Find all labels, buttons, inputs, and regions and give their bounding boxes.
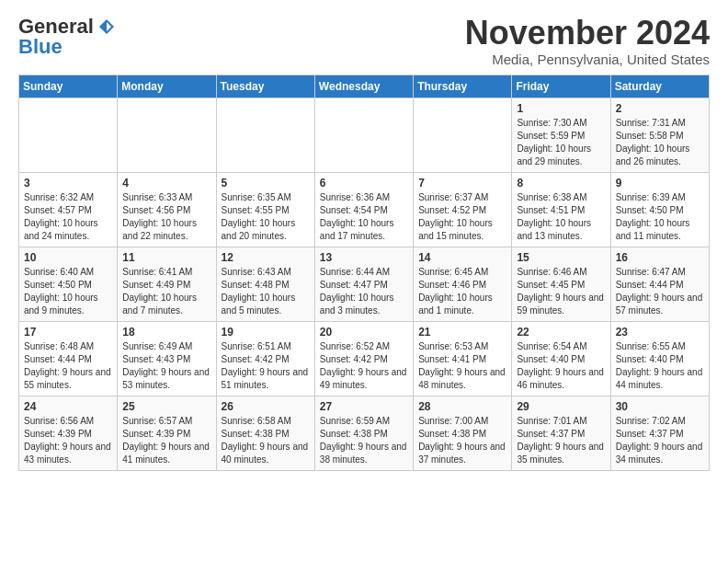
calendar-cell: 19Sunrise: 6:51 AM Sunset: 4:42 PM Dayli… xyxy=(216,321,314,396)
cell-info: Sunrise: 7:00 AM Sunset: 4:38 PM Dayligh… xyxy=(418,415,506,466)
day-number: 24 xyxy=(24,400,112,413)
cell-info: Sunrise: 6:44 AM Sunset: 4:47 PM Dayligh… xyxy=(320,266,408,317)
day-number: 1 xyxy=(517,102,605,115)
cell-info: Sunrise: 6:38 AM Sunset: 4:51 PM Dayligh… xyxy=(517,191,605,243)
calendar-cell: 8Sunrise: 6:38 AM Sunset: 4:51 PM Daylig… xyxy=(512,172,610,247)
calendar-cell: 3Sunrise: 6:32 AM Sunset: 4:57 PM Daylig… xyxy=(19,172,118,247)
location: Media, Pennsylvania, United States xyxy=(465,52,710,67)
header: General Blue November 2024 Media, Pennsy… xyxy=(18,15,710,67)
cell-info: Sunrise: 6:57 AM Sunset: 4:39 PM Dayligh… xyxy=(122,415,210,466)
calendar-cell: 25Sunrise: 6:57 AM Sunset: 4:39 PM Dayli… xyxy=(118,396,216,470)
day-number: 18 xyxy=(122,326,210,339)
cell-info: Sunrise: 6:36 AM Sunset: 4:54 PM Dayligh… xyxy=(320,191,408,243)
logo: General Blue xyxy=(18,15,116,59)
calendar-cell: 20Sunrise: 6:52 AM Sunset: 4:42 PM Dayli… xyxy=(314,321,413,396)
calendar-cell: 26Sunrise: 6:58 AM Sunset: 4:38 PM Dayli… xyxy=(216,396,314,470)
calendar-cell: 10Sunrise: 6:40 AM Sunset: 4:50 PM Dayli… xyxy=(19,247,118,321)
cell-info: Sunrise: 6:39 AM Sunset: 4:50 PM Dayligh… xyxy=(616,191,704,243)
calendar-cell: 6Sunrise: 6:36 AM Sunset: 4:54 PM Daylig… xyxy=(314,172,413,247)
calendar-cell: 1Sunrise: 7:30 AM Sunset: 5:59 PM Daylig… xyxy=(512,98,610,172)
calendar-cell: 29Sunrise: 7:01 AM Sunset: 4:37 PM Dayli… xyxy=(512,396,610,470)
cell-info: Sunrise: 6:35 AM Sunset: 4:55 PM Dayligh… xyxy=(222,191,310,243)
calendar-cell xyxy=(118,98,216,172)
weekday-header-friday: Friday xyxy=(512,75,610,98)
cell-info: Sunrise: 6:41 AM Sunset: 4:49 PM Dayligh… xyxy=(122,266,210,317)
weekday-header-wednesday: Wednesday xyxy=(314,75,413,98)
day-number: 14 xyxy=(418,251,506,264)
day-number: 16 xyxy=(616,251,704,264)
cell-info: Sunrise: 7:02 AM Sunset: 4:37 PM Dayligh… xyxy=(616,415,704,466)
day-number: 28 xyxy=(418,400,506,413)
calendar-cell: 23Sunrise: 6:55 AM Sunset: 4:40 PM Dayli… xyxy=(610,321,709,396)
day-number: 7 xyxy=(418,177,506,190)
calendar-cell xyxy=(19,98,118,172)
cell-info: Sunrise: 7:30 AM Sunset: 5:59 PM Dayligh… xyxy=(517,117,605,168)
logo-icon xyxy=(97,17,116,36)
week-row-2: 3Sunrise: 6:32 AM Sunset: 4:57 PM Daylig… xyxy=(19,172,710,247)
calendar-cell: 27Sunrise: 6:59 AM Sunset: 4:38 PM Dayli… xyxy=(314,396,413,470)
day-number: 26 xyxy=(222,400,310,413)
calendar-cell: 21Sunrise: 6:53 AM Sunset: 4:41 PM Dayli… xyxy=(414,321,512,396)
day-number: 8 xyxy=(517,177,605,190)
calendar-cell: 13Sunrise: 6:44 AM Sunset: 4:47 PM Dayli… xyxy=(314,247,413,321)
day-number: 6 xyxy=(320,177,408,190)
calendar-cell: 18Sunrise: 6:49 AM Sunset: 4:43 PM Dayli… xyxy=(118,321,216,396)
cell-info: Sunrise: 6:45 AM Sunset: 4:46 PM Dayligh… xyxy=(418,266,506,317)
calendar-cell: 12Sunrise: 6:43 AM Sunset: 4:48 PM Dayli… xyxy=(216,247,314,321)
cell-info: Sunrise: 6:51 AM Sunset: 4:42 PM Dayligh… xyxy=(222,340,310,392)
day-number: 3 xyxy=(24,177,112,190)
day-number: 12 xyxy=(222,251,310,264)
cell-info: Sunrise: 6:56 AM Sunset: 4:39 PM Dayligh… xyxy=(24,415,112,466)
cell-info: Sunrise: 6:52 AM Sunset: 4:42 PM Dayligh… xyxy=(320,340,408,392)
week-row-4: 17Sunrise: 6:48 AM Sunset: 4:44 PM Dayli… xyxy=(19,321,710,396)
cell-info: Sunrise: 6:32 AM Sunset: 4:57 PM Dayligh… xyxy=(24,191,112,243)
day-number: 2 xyxy=(616,102,704,115)
cell-info: Sunrise: 6:47 AM Sunset: 4:44 PM Dayligh… xyxy=(616,266,704,317)
day-number: 17 xyxy=(24,326,112,339)
day-number: 4 xyxy=(122,177,210,190)
calendar-cell: 22Sunrise: 6:54 AM Sunset: 4:40 PM Dayli… xyxy=(512,321,610,396)
cell-info: Sunrise: 6:55 AM Sunset: 4:40 PM Dayligh… xyxy=(616,340,704,392)
day-number: 13 xyxy=(320,251,408,264)
cell-info: Sunrise: 6:49 AM Sunset: 4:43 PM Dayligh… xyxy=(122,340,210,392)
cell-info: Sunrise: 6:54 AM Sunset: 4:40 PM Dayligh… xyxy=(517,340,605,392)
cell-info: Sunrise: 6:40 AM Sunset: 4:50 PM Dayligh… xyxy=(24,266,112,317)
logo-blue: Blue xyxy=(18,35,63,59)
cell-info: Sunrise: 6:58 AM Sunset: 4:38 PM Dayligh… xyxy=(222,415,310,466)
day-number: 25 xyxy=(122,400,210,413)
cell-info: Sunrise: 6:53 AM Sunset: 4:41 PM Dayligh… xyxy=(418,340,506,392)
calendar-cell: 5Sunrise: 6:35 AM Sunset: 4:55 PM Daylig… xyxy=(216,172,314,247)
weekday-header-monday: Monday xyxy=(118,75,216,98)
calendar-table: SundayMondayTuesdayWednesdayThursdayFrid… xyxy=(18,75,710,471)
calendar-cell: 7Sunrise: 6:37 AM Sunset: 4:52 PM Daylig… xyxy=(414,172,512,247)
cell-info: Sunrise: 6:46 AM Sunset: 4:45 PM Dayligh… xyxy=(517,266,605,317)
calendar-cell: 30Sunrise: 7:02 AM Sunset: 4:37 PM Dayli… xyxy=(610,396,709,470)
cell-info: Sunrise: 7:31 AM Sunset: 5:58 PM Dayligh… xyxy=(616,117,704,168)
cell-info: Sunrise: 6:43 AM Sunset: 4:48 PM Dayligh… xyxy=(222,266,310,317)
cell-info: Sunrise: 6:59 AM Sunset: 4:38 PM Dayligh… xyxy=(320,415,408,466)
weekday-header-saturday: Saturday xyxy=(610,75,709,98)
weekday-header-tuesday: Tuesday xyxy=(216,75,314,98)
cell-info: Sunrise: 6:48 AM Sunset: 4:44 PM Dayligh… xyxy=(24,340,112,392)
calendar-cell: 4Sunrise: 6:33 AM Sunset: 4:56 PM Daylig… xyxy=(118,172,216,247)
day-number: 27 xyxy=(320,400,408,413)
day-number: 29 xyxy=(517,400,605,413)
calendar-cell: 11Sunrise: 6:41 AM Sunset: 4:49 PM Dayli… xyxy=(118,247,216,321)
day-number: 9 xyxy=(616,177,704,190)
day-number: 22 xyxy=(517,326,605,339)
day-number: 30 xyxy=(616,400,704,413)
calendar-cell xyxy=(414,98,512,172)
calendar-cell: 17Sunrise: 6:48 AM Sunset: 4:44 PM Dayli… xyxy=(19,321,118,396)
day-number: 21 xyxy=(418,326,506,339)
weekday-header-row: SundayMondayTuesdayWednesdayThursdayFrid… xyxy=(19,75,710,98)
day-number: 10 xyxy=(24,251,112,264)
cell-info: Sunrise: 6:33 AM Sunset: 4:56 PM Dayligh… xyxy=(122,191,210,243)
calendar-cell: 15Sunrise: 6:46 AM Sunset: 4:45 PM Dayli… xyxy=(512,247,610,321)
calendar-cell: 16Sunrise: 6:47 AM Sunset: 4:44 PM Dayli… xyxy=(610,247,709,321)
cell-info: Sunrise: 7:01 AM Sunset: 4:37 PM Dayligh… xyxy=(517,415,605,466)
calendar-cell: 24Sunrise: 6:56 AM Sunset: 4:39 PM Dayli… xyxy=(19,396,118,470)
day-number: 5 xyxy=(222,177,310,190)
calendar-cell: 9Sunrise: 6:39 AM Sunset: 4:50 PM Daylig… xyxy=(610,172,709,247)
day-number: 23 xyxy=(616,326,704,339)
month-title: November 2024 xyxy=(465,15,710,52)
